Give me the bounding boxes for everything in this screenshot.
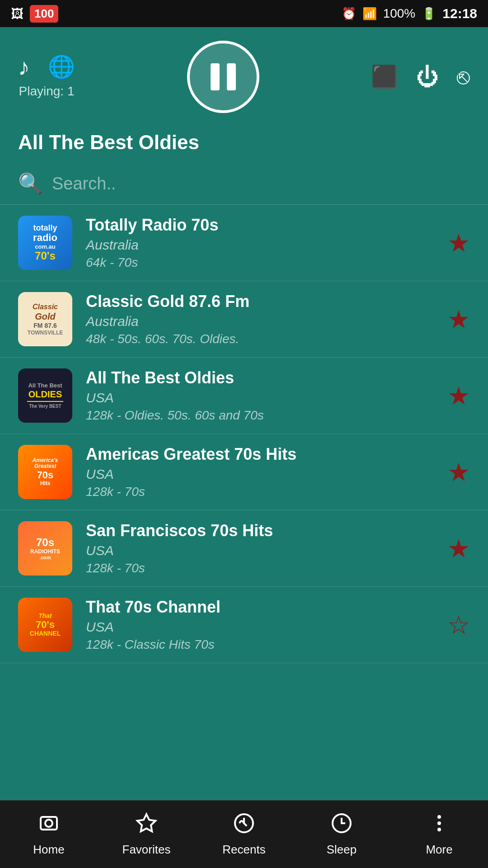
svg-marker-2 (137, 814, 155, 831)
station-country: USA (86, 619, 434, 635)
favorite-button[interactable]: ★ (447, 305, 470, 334)
now-playing-text: All The Best Oldies (18, 131, 470, 154)
recents-icon (233, 812, 255, 839)
battery-icon: 🔋 (422, 7, 436, 21)
svg-point-7 (437, 828, 441, 831)
station-meta: 128k - Oldies. 50s. 60s and 70s (86, 408, 434, 423)
station-meta: 128k - 70s (86, 485, 434, 499)
station-info: Totally Radio 70s Australia 64k - 70s (86, 216, 434, 270)
nav-recents[interactable]: Recents (195, 812, 293, 857)
page-content: ♪ 🌐 Playing: 1 ⬛ ⏻ ⎋ All The Best Oldies (0, 27, 488, 800)
svg-point-5 (437, 815, 441, 819)
station-logo: Classic Gold FM 87.6 TOWNSVILLE (18, 292, 72, 346)
favorite-button[interactable]: ★ (447, 534, 470, 563)
pause-bar-left (211, 63, 220, 90)
pause-bar-right (227, 63, 236, 90)
station-logo: That 70's CHANNEL (18, 598, 72, 652)
player-controls-row: ♪ 🌐 Playing: 1 ⬛ ⏻ ⎋ (18, 41, 470, 113)
list-item[interactable]: All The Best OLDIES The Very BEST All Th… (0, 358, 488, 434)
music-icon[interactable]: ♪ (18, 55, 30, 79)
left-icons: ♪ 🌐 Playing: 1 (18, 55, 75, 99)
home-icon (38, 812, 60, 839)
station-name: All The Best Oldies (86, 368, 434, 387)
nav-favorites-label: Favorites (122, 843, 171, 857)
favorite-button[interactable]: ☆ (447, 610, 470, 640)
search-input[interactable] (52, 174, 470, 193)
station-name: Americas Greatest 70s Hits (86, 445, 434, 464)
station-name: That 70s Channel (86, 598, 434, 617)
station-country: Australia (86, 314, 434, 329)
station-country: Australia (86, 237, 434, 253)
right-icons: ⬛ ⏻ ⎋ (371, 66, 470, 88)
favorite-button[interactable]: ★ (447, 228, 470, 258)
list-item[interactable]: That 70's CHANNEL That 70s Channel USA 1… (0, 587, 488, 663)
favorite-button[interactable]: ★ (447, 458, 470, 487)
station-country: USA (86, 467, 434, 482)
nav-icon-status: 100 (30, 5, 58, 23)
station-name: Totally Radio 70s (86, 216, 434, 235)
station-info: That 70s Channel USA 128k - Classic Hits… (86, 598, 434, 652)
station-logo: All The Best OLDIES The Very BEST (18, 368, 72, 423)
station-name: Classic Gold 87.6 Fm (86, 292, 434, 311)
station-meta: 128k - Classic Hits 70s (86, 637, 434, 652)
stop-button[interactable]: ⬛ (371, 66, 398, 88)
station-country: USA (86, 390, 434, 406)
station-logo: totally radio com.au 70's (18, 216, 72, 270)
list-item[interactable]: Classic Gold FM 87.6 TOWNSVILLE Classic … (0, 281, 488, 358)
power-button[interactable]: ⏻ (416, 66, 439, 88)
station-logo: America's Greatest 70s Hits (18, 445, 72, 499)
playing-label: Playing: 1 (19, 84, 75, 99)
nav-sleep-label: Sleep (327, 843, 357, 857)
station-meta: 128k - 70s (86, 561, 434, 576)
nav-more[interactable]: More (390, 812, 488, 857)
pause-button[interactable] (187, 41, 259, 113)
station-info: All The Best Oldies USA 128k - Oldies. 5… (86, 368, 434, 423)
station-meta: 64k - 70s (86, 255, 434, 270)
nav-home[interactable]: Home (0, 812, 98, 857)
station-info: Americas Greatest 70s Hits USA 128k - 70… (86, 445, 434, 499)
nav-home-label: Home (33, 843, 64, 857)
search-bar[interactable]: 🔍 (0, 163, 488, 205)
svg-point-1 (45, 820, 52, 827)
list-item[interactable]: 70s RADIOHITS .com San Franciscos 70s Hi… (0, 510, 488, 587)
svg-point-6 (437, 821, 441, 825)
status-left: 🖼 100 (11, 5, 58, 23)
left-icons-row: ♪ 🌐 (18, 55, 75, 79)
wifi-icon: 📶 (362, 7, 377, 21)
favorites-icon (136, 812, 157, 839)
now-playing-title: All The Best Oldies (0, 127, 488, 163)
pause-icon (211, 63, 236, 90)
station-country: USA (86, 543, 434, 558)
sleep-icon (331, 812, 352, 839)
player-header: ♪ 🌐 Playing: 1 ⬛ ⏻ ⎋ (0, 27, 488, 127)
share-button[interactable]: ⎋ (457, 66, 470, 88)
alarm-icon: ⏰ (342, 7, 356, 21)
station-info: Classic Gold 87.6 Fm Australia 48k - 50s… (86, 292, 434, 346)
status-bar: 🖼 100 ⏰ 📶 100% 🔋 12:18 (0, 0, 488, 27)
status-right: ⏰ 📶 100% 🔋 12:18 (342, 6, 477, 21)
station-list: totally radio com.au 70's Totally Radio … (0, 205, 488, 800)
search-icon: 🔍 (18, 172, 43, 195)
station-meta: 48k - 50s. 60s. 70s. Oldies. (86, 332, 434, 346)
list-item[interactable]: America's Greatest 70s Hits Americas Gre… (0, 434, 488, 510)
nav-recents-label: Recents (222, 843, 265, 857)
nav-more-label: More (426, 843, 452, 857)
image-icon: 🖼 (11, 6, 23, 21)
nav-favorites[interactable]: Favorites (98, 812, 195, 857)
nav-sleep[interactable]: Sleep (293, 812, 390, 857)
favorite-button[interactable]: ★ (447, 381, 470, 410)
more-icon (428, 812, 450, 839)
time-label: 12:18 (442, 6, 477, 21)
station-logo: 70s RADIOHITS .com (18, 521, 72, 576)
station-info: San Franciscos 70s Hits USA 128k - 70s (86, 521, 434, 576)
station-name: San Franciscos 70s Hits (86, 521, 434, 540)
bottom-nav: Home Favorites Recents Sleep (0, 800, 488, 868)
globe-icon[interactable]: 🌐 (48, 56, 75, 78)
battery-label: 100% (383, 6, 416, 21)
list-item[interactable]: totally radio com.au 70's Totally Radio … (0, 205, 488, 281)
